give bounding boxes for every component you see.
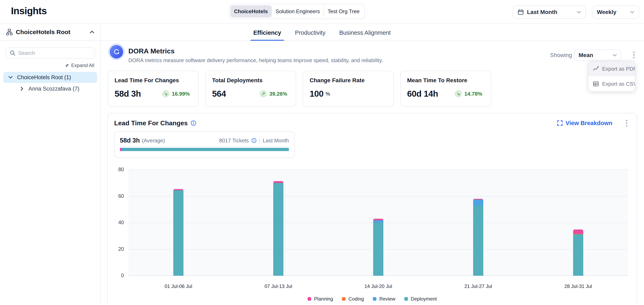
separator: |	[259, 137, 260, 144]
legend-item-planning[interactable]: Planning	[308, 296, 333, 302]
legend-item-deployment[interactable]: Deployment	[404, 296, 437, 302]
bar-07-jul-13-jul[interactable]	[273, 181, 284, 276]
trend-badge: ↘14.78%	[455, 90, 484, 97]
bar-segment-deployment	[573, 234, 583, 276]
chart-legend: PlanningCodingReviewDeployment	[108, 296, 637, 302]
legend-item-review[interactable]: Review	[373, 296, 395, 302]
legend-label: Coding	[348, 296, 364, 302]
expand-corners-icon	[557, 120, 563, 126]
y-tick-label: 60	[108, 193, 124, 199]
x-tick-label: 01 Jul-06 Jul	[150, 284, 207, 289]
granularity-select[interactable]: Weekly	[592, 6, 639, 19]
bar-segment-planning	[273, 181, 284, 183]
x-tick-label: 14 Jul-20 Jul	[350, 284, 407, 289]
summary-meta: 8017 Tickets | Last Month	[219, 137, 289, 144]
metric-value-row: 564↗39.26%	[212, 89, 289, 99]
metric-title: Lead Time For Changes	[114, 77, 192, 84]
legend-label: Review	[379, 296, 395, 302]
tree-item-label: ChoiceHotels Root (1)	[17, 74, 71, 81]
tree-item[interactable]: ChoiceHotels Root (1)	[3, 72, 97, 83]
granularity-value: Weekly	[597, 9, 616, 15]
metric-value-row: 100%	[310, 89, 387, 99]
dora-kebab-menu-button[interactable]	[629, 50, 638, 59]
bar-segment-review	[473, 200, 483, 206]
lead-time-section: Lead Time For Changes View Breakdown	[107, 113, 637, 305]
dora-title: DORA Metrics	[128, 47, 174, 55]
metric-title: Mean Time To Restore	[407, 77, 484, 84]
trend-percent: 14.78%	[464, 91, 482, 97]
expand-arrows-icon	[65, 63, 69, 68]
showing-label: Showing	[550, 52, 572, 58]
trend-down-arrow-icon: ↘	[455, 90, 462, 97]
bar-21-jul-27-jul[interactable]	[473, 199, 483, 276]
org-tree: ChoiceHotels Root (1)Anna Scozzafava (7)	[0, 72, 100, 95]
top-header: Insights ChoiceHotelsSolution EngineersT…	[0, 0, 644, 24]
showing-mean-select[interactable]: Mean	[574, 49, 621, 61]
summary-value: 58d 3h	[120, 137, 140, 144]
bar-segment-planning	[573, 230, 583, 234]
tickets-count: 8017 Tickets	[219, 137, 249, 144]
metric-title: Change Failure Rate	[310, 77, 387, 84]
tab-efficiency[interactable]: Efficiency	[252, 24, 282, 41]
search-input[interactable]	[18, 50, 91, 56]
summary-period: Last Month	[263, 137, 289, 144]
legend-item-coding[interactable]: Coding	[342, 296, 364, 302]
menu-item-label: Export as CSV	[602, 81, 635, 87]
search-icon	[10, 50, 16, 56]
metric-title: Total Deployments	[212, 77, 289, 84]
date-range-value: Last Month	[527, 9, 557, 15]
chevron-right-icon[interactable]	[18, 87, 26, 91]
sidebar-search	[6, 47, 95, 58]
info-icon[interactable]	[190, 120, 196, 126]
gridline-60	[128, 196, 628, 197]
dora-cycle-icon	[110, 45, 123, 58]
org-tab-test-org-tree[interactable]: Test Org Tree	[324, 5, 363, 17]
tree-item[interactable]: Anna Scozzafava (7)	[3, 83, 97, 94]
org-tab-choicehotels[interactable]: ChoiceHotels	[230, 5, 272, 17]
y-tick-label: 0	[108, 273, 124, 279]
insights-app: Insights ChoiceHotelsSolution EngineersT…	[0, 0, 644, 305]
trend-badge: ↗39.26%	[260, 90, 289, 97]
progress-segment-deployment	[124, 148, 289, 151]
chevron-down-icon	[577, 11, 581, 13]
legend-swatch	[308, 297, 311, 301]
y-tick-label: 80	[108, 167, 124, 172]
metric-unit: %	[326, 91, 330, 97]
chevron-down-icon[interactable]	[6, 76, 15, 79]
bar-segment-planning	[373, 219, 383, 220]
bar-01-jul-06-jul[interactable]	[173, 189, 184, 276]
sidebar: ChoiceHotels Root Expand All ChoiceHotel…	[0, 24, 101, 305]
chevron-down-icon	[613, 54, 617, 57]
tab-business-alignment[interactable]: Business Alignment	[338, 24, 392, 41]
bar-28-jul-31-jul[interactable]	[573, 230, 583, 276]
org-tab-solution-engineers[interactable]: Solution Engineers	[272, 5, 324, 17]
info-icon[interactable]	[251, 138, 256, 143]
view-breakdown-button[interactable]: View Breakdown	[557, 120, 612, 126]
x-tick-label: 07 Jul-13 Jul	[250, 284, 307, 289]
legend-swatch	[373, 297, 376, 301]
metric-value: 60d 14h	[407, 89, 438, 99]
menu-item-label: Export as PDF	[602, 66, 635, 72]
tabs-divider	[101, 41, 644, 41]
gridline-80	[128, 170, 628, 170]
chart-header: Lead Time For Changes View Breakdown	[114, 118, 631, 128]
tree-item-label: Anna Scozzafava (7)	[28, 86, 80, 92]
menu-item-export-as-csv[interactable]: Export as CSV	[588, 76, 635, 91]
menu-item-export-as-pdf[interactable]: Export as PDF	[588, 61, 635, 76]
trend-badge: ↘16.99%	[162, 90, 192, 97]
metric-value: 100	[310, 89, 324, 99]
metric-value: 564	[212, 89, 226, 99]
lead-time-chart-plot	[128, 170, 628, 276]
bar-14-jul-20-jul[interactable]	[373, 219, 383, 276]
expand-all-button[interactable]: Expand All	[65, 62, 94, 68]
chart-kebab-menu-button[interactable]	[622, 119, 631, 128]
metrics-row: Lead Time For Changes58d 3h↘16.99%Total …	[108, 71, 491, 107]
x-tick-label: 21 Jul-27 Jul	[450, 284, 507, 289]
legend-label: Planning	[314, 296, 333, 302]
tab-productivity[interactable]: Productivity	[294, 24, 326, 41]
bar-segment-deployment	[173, 190, 184, 276]
bar-segment-deployment	[473, 206, 483, 276]
date-range-select[interactable]: Last Month	[513, 6, 586, 19]
main-tabs: EfficiencyProductivityBusiness Alignment	[0, 24, 644, 41]
x-tick-label: 28 Jul-31 Jul	[550, 284, 606, 289]
